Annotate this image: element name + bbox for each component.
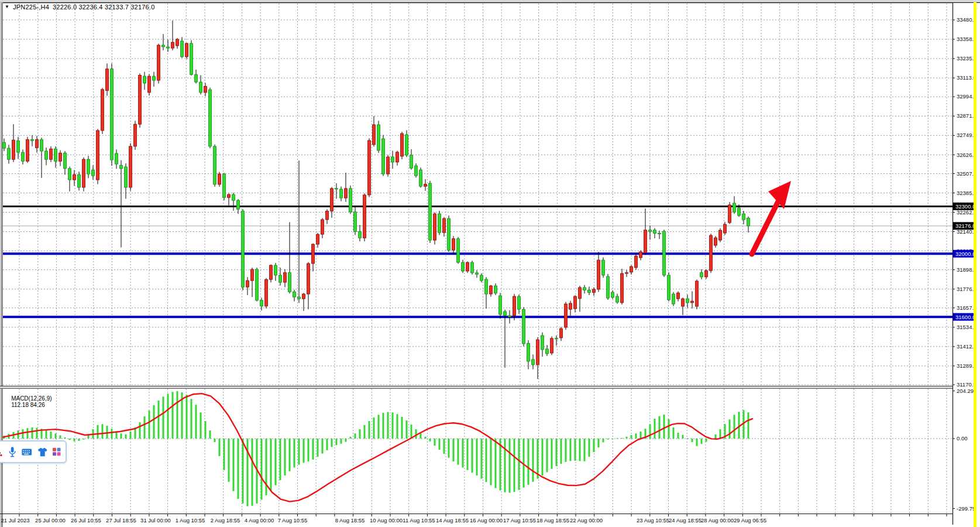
candle-body bbox=[321, 220, 324, 234]
candle-body bbox=[724, 224, 727, 233]
macd-bar bbox=[64, 437, 66, 439]
macd-bar bbox=[205, 421, 207, 439]
time-label: 21 Jul 2023 bbox=[1, 517, 29, 523]
price-badge: 32176.0 bbox=[953, 222, 975, 230]
symbol-info[interactable]: ▼ JPN225-,H4 32226.0 32236.4 32133.7 321… bbox=[5, 4, 154, 11]
macd-bar bbox=[345, 439, 347, 442]
macd-bar bbox=[383, 413, 384, 439]
time-label: 22 Aug 00:00 bbox=[570, 517, 603, 523]
candle-body bbox=[396, 152, 399, 162]
candle-body bbox=[621, 273, 624, 303]
candle-body bbox=[419, 170, 422, 186]
candle-body bbox=[485, 279, 488, 294]
macd-bar bbox=[570, 439, 572, 461]
candle-body bbox=[129, 146, 132, 187]
macd-bar bbox=[359, 429, 361, 439]
time-label: 14 Aug 18:55 bbox=[436, 517, 469, 523]
macd-bar bbox=[706, 439, 707, 442]
macd-bar bbox=[369, 421, 370, 439]
candle-body bbox=[415, 166, 418, 176]
macd-bar bbox=[378, 415, 380, 439]
grid-icon[interactable] bbox=[53, 447, 61, 457]
svg-text:31170.5: 31170.5 bbox=[957, 381, 976, 388]
candle-body bbox=[410, 155, 413, 168]
candle-body bbox=[78, 174, 81, 187]
macd-bar bbox=[289, 439, 291, 471]
keyboard-icon[interactable] bbox=[22, 447, 32, 457]
macd-bar bbox=[130, 432, 132, 439]
candle-body bbox=[92, 170, 95, 176]
candle-body bbox=[139, 76, 142, 125]
candle-body bbox=[40, 139, 43, 151]
pen-icon[interactable] bbox=[0, 446, 3, 458]
svg-text:-299.75: -299.75 bbox=[957, 505, 975, 512]
macd-bar bbox=[228, 439, 230, 482]
candle-body bbox=[298, 297, 301, 299]
candle-body bbox=[387, 157, 390, 174]
candle-body bbox=[153, 76, 156, 80]
time-label: 11 Aug 10:55 bbox=[403, 517, 435, 523]
macd-bar bbox=[415, 429, 417, 439]
candle-body bbox=[167, 47, 170, 48]
macd-bar bbox=[238, 439, 239, 499]
candle-body bbox=[228, 194, 231, 197]
macd-bar bbox=[631, 435, 632, 439]
chart-canvas[interactable]: 33480.533358.033235.533113.032994.032871… bbox=[0, 0, 980, 527]
macd-bar bbox=[242, 439, 244, 504]
macd-bar bbox=[284, 439, 286, 475]
macd-bar bbox=[579, 439, 581, 461]
candle-body bbox=[537, 340, 539, 365]
candle-body bbox=[157, 45, 160, 80]
candle-body bbox=[593, 289, 596, 292]
macd-bar bbox=[593, 439, 595, 452]
macd-bar bbox=[50, 432, 52, 439]
macd-bar bbox=[317, 439, 319, 457]
macd-bar bbox=[392, 412, 394, 439]
candle-body bbox=[405, 135, 408, 155]
candle-body bbox=[710, 235, 713, 271]
macd-bar bbox=[373, 418, 375, 439]
macd-bar bbox=[734, 415, 735, 439]
overlay-toolbar[interactable] bbox=[0, 440, 67, 463]
candle-body bbox=[696, 281, 699, 306]
macd-bar bbox=[158, 401, 160, 439]
macd-bar bbox=[617, 438, 618, 439]
svg-text:32176.0: 32176.0 bbox=[955, 223, 975, 229]
candle-body bbox=[579, 288, 582, 299]
macd-bar bbox=[252, 439, 253, 506]
candle-body bbox=[644, 230, 647, 253]
candle-body bbox=[705, 271, 708, 277]
candle-body bbox=[237, 200, 240, 209]
candle-body bbox=[747, 218, 750, 225]
symbol-dropdown-icon[interactable]: ▼ bbox=[5, 4, 9, 9]
shirt-icon[interactable] bbox=[37, 446, 48, 458]
macd-bar bbox=[200, 412, 202, 439]
macd-bar bbox=[458, 439, 459, 465]
candle-body bbox=[639, 252, 642, 258]
time-label: 31 Jul 00:00 bbox=[140, 517, 171, 523]
candle-body bbox=[125, 167, 128, 187]
candle-body bbox=[256, 269, 259, 300]
candle-body bbox=[373, 125, 376, 145]
macd-bar bbox=[209, 430, 211, 439]
candle-body bbox=[279, 275, 282, 282]
microphone-icon[interactable] bbox=[8, 445, 16, 459]
macd-bar bbox=[598, 439, 600, 447]
macd-bar bbox=[74, 439, 75, 442]
candle-body bbox=[176, 39, 179, 46]
candle-body bbox=[232, 194, 235, 200]
candle-body bbox=[331, 189, 333, 211]
macd-bar bbox=[55, 433, 57, 439]
macd-bar bbox=[453, 439, 455, 461]
candle-body bbox=[54, 149, 57, 161]
macd-bar bbox=[121, 433, 122, 439]
macd-bar bbox=[673, 427, 675, 439]
time-label: 4 Aug 00:00 bbox=[245, 517, 274, 523]
macd-bar bbox=[78, 439, 80, 441]
candle-body bbox=[8, 148, 11, 159]
macd-bar bbox=[401, 417, 403, 439]
candle-body bbox=[429, 183, 432, 240]
candle-body bbox=[700, 273, 703, 277]
macd-bar bbox=[720, 429, 721, 439]
candle-body bbox=[265, 279, 268, 306]
